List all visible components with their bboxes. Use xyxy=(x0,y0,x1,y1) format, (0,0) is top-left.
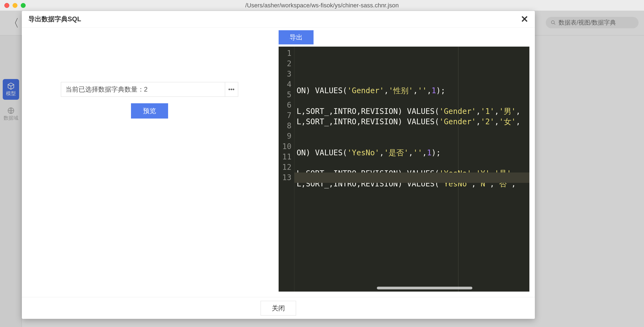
editor-content[interactable]: ON) VALUES('Gender','性别','',1);L,SORT_,I… xyxy=(294,47,529,292)
modal-footer: 关闭 xyxy=(22,297,535,319)
code-line[interactable]: L,SORT_,INTRO,REVISION) VALUES('Gender',… xyxy=(297,106,529,117)
selected-count-row: 当前已选择数据字典数量：2 ••• xyxy=(61,82,238,97)
more-button[interactable]: ••• xyxy=(225,82,238,97)
window-close-icon[interactable] xyxy=(4,3,9,8)
selected-count-value: 2 xyxy=(144,86,148,93)
modal-body: 当前已选择数据字典数量：2 ••• 预览 导出 1234567891011121… xyxy=(22,27,535,297)
code-line[interactable] xyxy=(297,199,529,210)
export-button[interactable]: 导出 xyxy=(279,30,314,44)
right-toolbar: 导出 xyxy=(279,29,529,47)
code-line[interactable]: ON) VALUES('Gender','性别','',1); xyxy=(297,86,529,96)
code-line[interactable] xyxy=(297,75,529,86)
code-line[interactable] xyxy=(297,96,529,106)
modal-title: 导出数据字典SQL xyxy=(28,15,81,23)
code-line[interactable]: L,SORT_,INTRO,REVISION) VALUES('Gender',… xyxy=(297,117,529,127)
window-title: /Users/asher/workspace/ws-fisok/ys/chine… xyxy=(245,2,399,9)
code-line[interactable] xyxy=(297,127,529,137)
code-line[interactable] xyxy=(297,158,529,168)
ellipsis-icon: ••• xyxy=(228,86,234,93)
selected-count-label: 当前已选择数据字典数量： xyxy=(65,86,144,93)
right-pane: 导出 12345678910111213 ON) VALUES('Gender'… xyxy=(277,28,535,297)
left-pane: 当前已选择数据字典数量：2 ••• 预览 xyxy=(22,28,277,297)
window-titlebar: /Users/asher/workspace/ws-fisok/ys/chine… xyxy=(0,0,644,11)
export-sql-modal: 导出数据字典SQL ✕ 当前已选择数据字典数量：2 ••• 预览 导出 1234… xyxy=(22,11,535,319)
close-icon[interactable]: ✕ xyxy=(521,14,528,24)
editor-gutter: 12345678910111213 xyxy=(279,47,294,292)
modal-header: 导出数据字典SQL ✕ xyxy=(22,11,535,27)
window-minimize-icon[interactable] xyxy=(13,3,17,8)
code-line[interactable]: ON) VALUES('YesNo','是否','',1); xyxy=(297,148,529,158)
sql-editor[interactable]: 12345678910111213 ON) VALUES('Gender','性… xyxy=(279,47,529,292)
editor-horizontal-scrollbar[interactable] xyxy=(377,287,472,289)
code-line[interactable] xyxy=(297,189,529,199)
window-maximize-icon[interactable] xyxy=(21,3,26,8)
traffic-lights xyxy=(0,3,26,8)
modal-close-button[interactable]: 关闭 xyxy=(261,301,296,316)
preview-button[interactable]: 预览 xyxy=(131,103,168,119)
selected-count-field[interactable]: 当前已选择数据字典数量：2 xyxy=(61,82,225,97)
code-line[interactable] xyxy=(297,137,529,148)
